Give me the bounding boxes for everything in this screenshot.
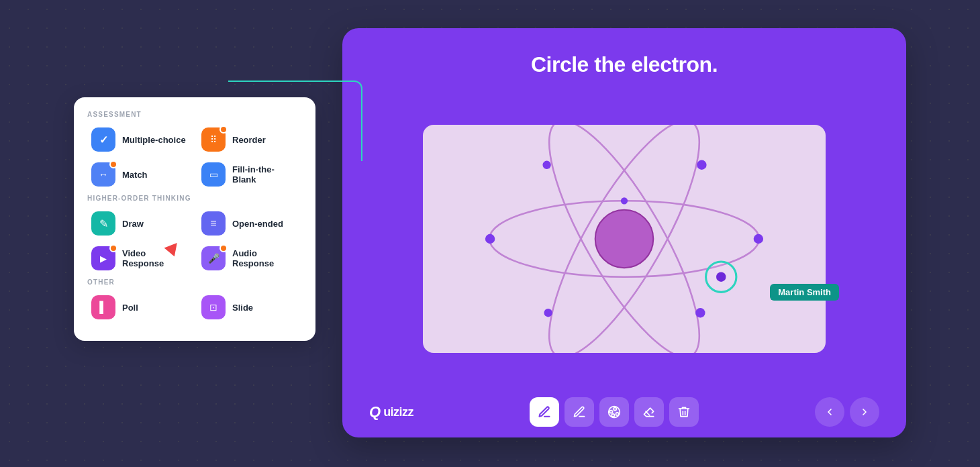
quizizz-logo: Q uizizz bbox=[369, 403, 413, 421]
open-ended-label: Open-ended bbox=[232, 219, 283, 229]
assessment-grid: ✓ Multiple-choice ⠿ Reorder ↔ Match bbox=[87, 125, 302, 189]
multiple-choice-icon: ✓ bbox=[91, 127, 115, 152]
svg-point-0 bbox=[595, 209, 654, 268]
match-label: Match bbox=[122, 170, 148, 180]
svg-point-9 bbox=[544, 309, 552, 317]
open-ended-icon: ≡ bbox=[201, 211, 226, 236]
menu-item-video-response[interactable]: ▶ Video Response bbox=[87, 244, 192, 273]
svg-point-12 bbox=[716, 272, 726, 281]
color-button[interactable] bbox=[599, 397, 629, 427]
draw-label: Draw bbox=[122, 219, 144, 229]
reorder-label: Reorder bbox=[232, 135, 266, 145]
menu-item-audio-response[interactable]: 🎤 Audio Response bbox=[197, 244, 302, 273]
draw-active-button[interactable] bbox=[530, 397, 559, 427]
trash-button[interactable] bbox=[669, 397, 699, 427]
match-icon: ↔ bbox=[91, 162, 115, 187]
slide-label: Slide bbox=[232, 303, 253, 313]
quiz-content: Martin Smith bbox=[342, 91, 906, 386]
quiz-card: Circle the electron. bbox=[342, 28, 906, 437]
section-label-other: OTHER bbox=[87, 278, 302, 286]
next-button[interactable] bbox=[850, 397, 879, 427]
menu-item-draw[interactable]: ✎ Draw bbox=[87, 209, 192, 238]
other-grid: ▌ Poll ⊡ Slide bbox=[87, 293, 302, 322]
menu-item-match[interactable]: ↔ Match bbox=[87, 160, 192, 189]
audio-badge bbox=[219, 244, 228, 252]
prev-button[interactable] bbox=[815, 397, 844, 427]
poll-label: Poll bbox=[122, 303, 138, 313]
fill-blank-icon: ▭ bbox=[201, 162, 226, 187]
page-container: ASSESSMENT ✓ Multiple-choice ⠿ Reorder bbox=[0, 0, 980, 467]
pencil-button[interactable] bbox=[565, 397, 594, 427]
nav-controls bbox=[815, 397, 879, 427]
logo-q: Q bbox=[369, 403, 381, 421]
video-response-label: Video Response bbox=[122, 248, 188, 268]
menu-item-multiple-choice[interactable]: ✓ Multiple-choice bbox=[87, 125, 192, 154]
section-label-higher-order: HIGHER-ORDER THINKING bbox=[87, 195, 302, 202]
higher-order-grid: ✎ Draw ≡ Open-ended ▶ Video Response bbox=[87, 209, 302, 273]
svg-point-8 bbox=[695, 308, 705, 317]
video-response-icon: ▶ bbox=[91, 246, 115, 270]
slide-icon: ⊡ bbox=[201, 295, 226, 319]
reorder-icon: ⠿ bbox=[201, 127, 226, 152]
multiple-choice-label: Multiple-choice bbox=[122, 135, 186, 145]
draw-icon: ✎ bbox=[91, 211, 115, 236]
svg-point-5 bbox=[754, 234, 763, 243]
match-badge bbox=[109, 160, 117, 168]
quiz-footer: Q uizizz bbox=[342, 386, 906, 437]
atom-display: Martin Smith bbox=[423, 125, 826, 353]
section-label-assessment: ASSESSMENT bbox=[87, 111, 302, 118]
svg-point-6 bbox=[621, 197, 628, 204]
quiz-title: Circle the electron. bbox=[531, 52, 718, 77]
poll-icon: ▌ bbox=[91, 295, 115, 319]
menu-item-fill-blank[interactable]: ▭ Fill-in-the-Blank bbox=[197, 160, 302, 189]
svg-point-4 bbox=[485, 234, 495, 243]
menu-item-poll[interactable]: ▌ Poll bbox=[87, 293, 192, 322]
fill-blank-label: Fill-in-the-Blank bbox=[232, 164, 298, 185]
quiz-header: Circle the electron. bbox=[342, 28, 906, 91]
menu-item-reorder[interactable]: ⠿ Reorder bbox=[197, 125, 302, 154]
video-badge bbox=[109, 244, 117, 252]
menu-item-open-ended[interactable]: ≡ Open-ended bbox=[197, 209, 302, 238]
eraser-button[interactable] bbox=[634, 397, 664, 427]
student-label: Martin Smith bbox=[770, 284, 839, 301]
svg-point-10 bbox=[697, 160, 706, 169]
menu-item-slide[interactable]: ⊡ Slide bbox=[197, 293, 302, 322]
audio-response-icon: 🎤 bbox=[201, 246, 226, 270]
audio-response-label: Audio Response bbox=[232, 248, 298, 268]
atom-svg bbox=[423, 125, 826, 353]
toolbar bbox=[530, 397, 699, 427]
logo-text: uizizz bbox=[383, 405, 413, 419]
reorder-badge bbox=[219, 125, 228, 134]
svg-point-7 bbox=[542, 160, 550, 168]
dropdown-panel: ASSESSMENT ✓ Multiple-choice ⠿ Reorder bbox=[74, 97, 315, 341]
